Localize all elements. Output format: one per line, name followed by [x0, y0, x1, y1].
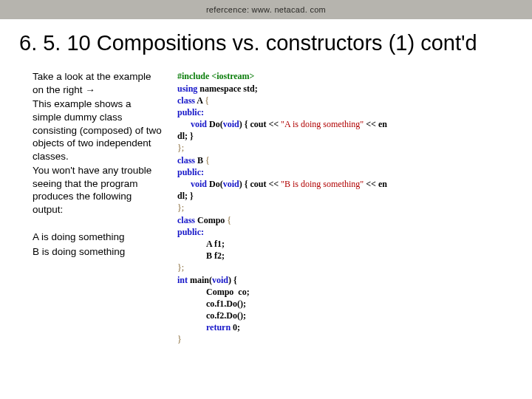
paragraph-3: You won't have any trouble seeing that t… — [33, 164, 163, 216]
kw-class-b: class — [177, 155, 195, 166]
dl-b: dl; } — [177, 191, 194, 201]
close-paren-b: ) — [239, 179, 245, 189]
id-A: A — [195, 95, 205, 106]
output-line-2: B is doing something — [33, 245, 163, 259]
code-block: #include <iostream> using namespace std;… — [170, 70, 532, 345]
kw-public-compo: public: — [177, 227, 204, 237]
kw-class-a: class — [177, 95, 195, 106]
rbrace-a: }; — [177, 143, 184, 153]
endl-b: << en — [364, 179, 387, 189]
lbrace-b: { — [205, 155, 210, 166]
indent-call2 — [177, 310, 206, 321]
indent-ret — [177, 322, 206, 332]
indent-call1 — [177, 299, 206, 309]
call-2: co.f2.Do(); — [206, 310, 246, 321]
cout-a: { cout << — [245, 119, 281, 129]
rbrace-b: }; — [177, 202, 184, 213]
lbrace-compo: { — [227, 215, 231, 225]
indent-co — [177, 287, 206, 297]
ret-zero: 0; — [231, 322, 240, 332]
kw-void-b: void — [191, 179, 207, 189]
decl-co: Compo co; — [206, 287, 250, 297]
top-reference-bar: refercence: www. netacad. com — [0, 0, 532, 19]
indent-a — [177, 119, 191, 129]
explanation-column: Take a look at the example on the right … — [0, 70, 170, 345]
id-main: main( — [188, 275, 212, 285]
main-open: ) { — [228, 275, 237, 285]
decl-f2: B f2; — [206, 250, 225, 261]
content-row: Take a look at the example on the right … — [0, 63, 532, 345]
paragraph-2: This example shows a simple dummy class … — [33, 98, 163, 163]
indent-f1 — [177, 239, 206, 249]
cout-b: { cout << — [245, 179, 281, 189]
kw-using: using — [177, 83, 197, 94]
paragraph-1: Take a look at the example on the right … — [33, 70, 163, 96]
kw-return: return — [206, 322, 231, 332]
kw-void-param-b: void — [223, 179, 239, 189]
kw-int: int — [177, 275, 188, 285]
str-a: "A is doing something" — [281, 119, 364, 129]
code-include: #include <iostream> — [177, 71, 254, 81]
str-b: "B is doing something" — [281, 179, 364, 189]
indent-f2 — [177, 250, 206, 261]
reference-text: refercence: www. netacad. com — [206, 5, 326, 14]
id-Do-b: Do( — [207, 179, 223, 189]
lbrace-a: { — [205, 95, 209, 106]
kw-class-compo: class — [177, 215, 195, 225]
call-1: co.f1.Do(); — [206, 299, 246, 309]
kw-public-a: public: — [177, 107, 204, 117]
id-Compo: Compo — [195, 215, 227, 225]
id-B: B — [195, 155, 205, 166]
rbrace-main: } — [177, 334, 182, 344]
rbrace-compo: }; — [177, 262, 184, 273]
code-namespace: namespace — [197, 83, 243, 94]
kw-void-a: void — [191, 119, 207, 129]
dl-a: dl; } — [177, 131, 194, 141]
kw-public-b: public: — [177, 167, 204, 177]
code-std: std; — [243, 83, 257, 94]
close-paren-a: ) — [239, 119, 245, 129]
kw-void-param-a: void — [223, 119, 239, 129]
endl-a: << en — [364, 119, 387, 129]
kw-void-main: void — [212, 275, 228, 285]
output-line-1: A is doing something — [33, 231, 163, 244]
slide-heading: 6. 5. 10 Compositions vs. constructors (… — [0, 19, 532, 63]
id-Do-a: Do( — [207, 119, 223, 129]
indent-b — [177, 179, 191, 189]
decl-f1: A f1; — [206, 239, 225, 249]
